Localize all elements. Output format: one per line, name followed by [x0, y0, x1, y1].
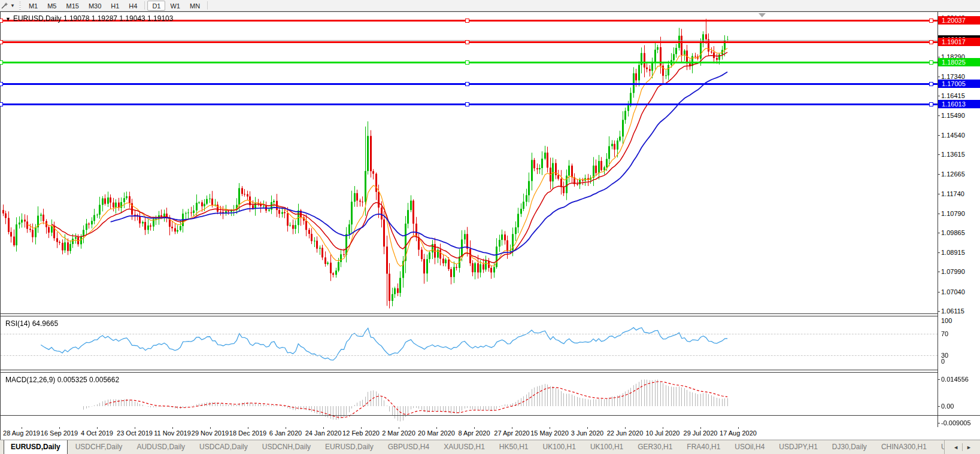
price-axis-tick — [937, 96, 940, 96]
annotation-tool-button[interactable]: ▼ — [0, 0, 17, 11]
timeframe-buttons: M1M5M15M30H1H4D1W1MN — [24, 1, 210, 11]
price-axis-tick-label: 1.12665 — [941, 170, 979, 178]
price-axis-tick — [937, 77, 940, 77]
timeframe-button-m5[interactable]: M5 — [43, 1, 61, 11]
chart-tab-eurusd-daily[interactable]: EURUSD,Daily — [318, 440, 380, 454]
date-axis-label: 10 Jul 2020 — [646, 429, 680, 437]
chart-tab-eurusd-daily[interactable]: EURUSD,Daily — [4, 440, 68, 454]
date-axis-tick — [323, 427, 324, 429]
tab-scroll-controls: ◄ ► — [944, 440, 980, 454]
price-axis-tick — [937, 115, 940, 116]
price-axis-tick — [937, 214, 940, 214]
macd-panel-canvas[interactable] — [1, 373, 937, 427]
chart-tab-uk100-h1[interactable]: UK100,H1 — [536, 440, 582, 454]
level-line-left-handle[interactable] — [0, 60, 3, 65]
price-axis-tick-label: 1.07040 — [941, 288, 979, 295]
chart-tab-dj30-daily[interactable]: DJ30,Daily — [826, 440, 873, 454]
level-line-center-handle[interactable] — [465, 82, 469, 86]
level-line-center-handle[interactable] — [465, 102, 469, 106]
macd-axis-tick — [937, 406, 940, 407]
chart-shift-marker[interactable] — [758, 13, 766, 17]
price-rsi-panel-divider[interactable] — [1, 313, 937, 316]
chart-tab-usoil-h4[interactable]: USOil,H4 — [728, 440, 771, 454]
price-axis-tick-label: 1.11740 — [941, 190, 979, 197]
timeframe-toolbar: ▼ M1M5M15M30H1H4D1W1MN — [0, 0, 980, 11]
date-axis-tick — [248, 427, 248, 429]
date-axis-tick — [22, 427, 22, 429]
tool-dropdown-caret[interactable]: ▼ — [10, 3, 15, 8]
chart-tab-audusd-daily[interactable]: AUDUSD,Daily — [130, 440, 192, 454]
chart-tab-usdcad-daily[interactable]: USDCAD,Daily — [193, 440, 254, 454]
rsi-indicator-label: RSI(14) 64.9665 — [5, 319, 58, 328]
rsi-level-line — [1, 334, 937, 334]
date-axis-label: 28 Aug 2019 — [3, 429, 40, 437]
toolbar-grip[interactable] — [19, 2, 21, 10]
date-axis-label: 4 Oct 2019 — [81, 429, 113, 437]
price-axis-tick — [937, 174, 940, 175]
date-axis-label: 8 Apr 2020 — [458, 429, 490, 437]
tab-scroll-right-icon[interactable]: ► — [963, 444, 975, 450]
timeframe-button-h1[interactable]: H1 — [106, 1, 124, 11]
timeframe-button-m30[interactable]: M30 — [84, 1, 106, 11]
price-axis-tick — [937, 272, 940, 272]
date-axis-tick — [210, 427, 211, 429]
level-line-right-handle[interactable] — [929, 102, 933, 106]
level-line-left-handle[interactable] — [0, 102, 3, 106]
macd-indicator-label: MACD(12,26,9) 0.005325 0.005662 — [5, 376, 119, 384]
timeframe-button-m15[interactable]: M15 — [61, 1, 83, 11]
timeframe-button-h4[interactable]: H4 — [124, 1, 142, 11]
timeframe-button-mn[interactable]: MN — [185, 1, 205, 11]
chart-tab-gbpusd-h4[interactable]: GBPUSD,H4 — [381, 440, 436, 454]
chart-region: ▼EURUSD,Daily 1.19078 1.19287 1.19043 1.… — [0, 11, 980, 427]
level-line-center-handle[interactable] — [465, 40, 469, 44]
chart-tab-usoil-h1[interactable]: USOil,H1 — [935, 440, 944, 454]
chart-tab-usdchf-daily[interactable]: USDCHF,Daily — [69, 440, 129, 454]
price-axis-tick-label: 1.16415 — [941, 92, 979, 99]
date-axis-label: 17 Aug 2020 — [720, 429, 757, 437]
level-line-right-handle[interactable] — [929, 60, 933, 65]
price-axis-separator — [937, 12, 938, 428]
date-axis-tick — [172, 427, 173, 429]
toolbar-separator — [144, 1, 145, 10]
chart-tab-ger30-h1[interactable]: GER30,H1 — [631, 440, 679, 454]
chart-tab-uk100-h1[interactable]: UK100,H1 — [584, 440, 630, 454]
level-line-left-handle[interactable] — [0, 19, 3, 23]
price-axis-tick — [937, 154, 940, 155]
timeframe-button-m1[interactable]: M1 — [24, 1, 43, 11]
level-line-center-handle[interactable] — [465, 60, 469, 65]
level-line-left-handle[interactable] — [0, 82, 3, 86]
rsi-axis-label: 0 — [941, 358, 979, 365]
chart-tab-china300-h1[interactable]: CHINA300,H1 — [875, 440, 933, 454]
chart-tab-fra40-h1[interactable]: FRA40,H1 — [680, 440, 727, 454]
chart-tab-usdcnh-daily[interactable]: USDCNH,Daily — [256, 440, 317, 454]
timeframe-button-w1[interactable]: W1 — [165, 1, 185, 11]
chart-tab-xauusd-h1[interactable]: XAUUSD,H1 — [437, 440, 491, 454]
level-line-right-handle[interactable] — [929, 82, 933, 86]
chart-tab-usdjpy-h1[interactable]: USDJPY,H1 — [772, 440, 824, 454]
chart-bottom-border — [0, 415, 980, 416]
rsi-axis-label: 100 — [941, 317, 979, 324]
tab-scroll-left-icon[interactable]: ◄ — [949, 444, 962, 450]
level-line-left-handle[interactable] — [0, 40, 3, 44]
chart-tab-bar: EURUSD,DailyUSDCHF,DailyAUDUSD,DailyUSDC… — [0, 440, 980, 454]
date-axis-tick — [474, 427, 475, 429]
rsi-panel-canvas[interactable] — [1, 316, 937, 370]
date-axis-tick — [436, 427, 437, 429]
date-axis-label: 23 Oct 2019 — [117, 429, 153, 437]
level-line-right-handle[interactable] — [929, 40, 933, 44]
chart-tab-hk50-h1[interactable]: HK50,H1 — [493, 440, 535, 454]
chart-title-collapse-icon[interactable]: ▼ — [5, 16, 11, 22]
rsi-macd-panel-divider[interactable] — [1, 370, 937, 373]
date-axis[interactable]: 28 Aug 201916 Sep 20194 Oct 201923 Oct 2… — [0, 427, 980, 440]
price-axis-tick-label: 1.10790 — [941, 210, 979, 217]
chart-tab-strip: EURUSD,DailyUSDCHF,DailyAUDUSD,DailyUSDC… — [0, 440, 944, 454]
date-axis-label: 3 Jun 2020 — [571, 429, 603, 437]
price-axis-tick-label: 1.08915 — [941, 249, 979, 256]
mt4-window: ▼ M1M5M15M30H1H4D1W1MN ▼EURUSD,Daily 1.1… — [0, 0, 980, 454]
level-line-center-handle[interactable] — [465, 19, 469, 23]
date-axis-label: 15 May 2020 — [530, 429, 569, 437]
price-axis-tick — [937, 252, 940, 253]
price-chart-canvas[interactable] — [1, 12, 937, 313]
timeframe-button-d1[interactable]: D1 — [147, 1, 165, 11]
level-line-right-handle[interactable] — [929, 19, 933, 23]
